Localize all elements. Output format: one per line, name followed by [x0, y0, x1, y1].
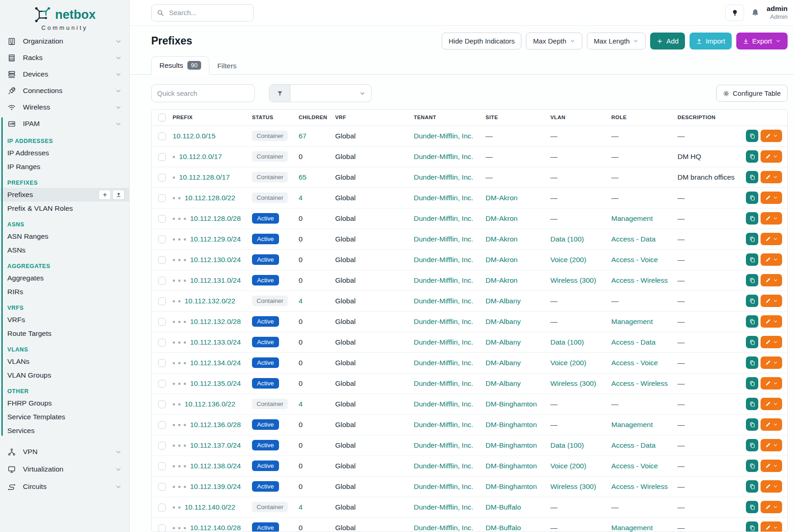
prefix-link[interactable]: 10.112.138.0/24	[190, 462, 241, 470]
edit-button[interactable]	[761, 295, 782, 307]
prefix-link[interactable]: 10.112.135.0/24	[190, 379, 241, 387]
site-link[interactable]: DM-Albany	[486, 379, 521, 387]
clone-button[interactable]	[746, 171, 758, 183]
sidebar-item-virtualization[interactable]: Virtualization	[0, 461, 129, 478]
vlan-link[interactable]: Data (100)	[550, 441, 584, 449]
site-link[interactable]: DM-Akron	[486, 214, 518, 222]
sidebar-item-vlan-groups[interactable]: VLAN Groups	[0, 368, 129, 382]
vlan-link[interactable]: Voice (200)	[550, 359, 586, 367]
children-link[interactable]: 4	[299, 297, 303, 305]
row-checkbox[interactable]	[158, 318, 166, 326]
row-checkbox[interactable]	[158, 483, 166, 491]
sidebar-item-prefix-vlan-roles[interactable]: Prefix & VLAN Roles	[0, 202, 129, 215]
tenant-link[interactable]: Dunder-Mifflin, Inc.	[414, 194, 473, 202]
role-link[interactable]: Access - Voice	[611, 462, 658, 470]
role-link[interactable]: Management	[611, 524, 652, 532]
children-link[interactable]: 4	[299, 400, 303, 408]
site-link[interactable]: DM-Albany	[486, 338, 521, 346]
prefix-link[interactable]: 10.112.136.0/22	[185, 400, 235, 408]
edit-button[interactable]	[761, 150, 782, 163]
edit-button[interactable]	[761, 336, 782, 348]
row-checkbox[interactable]	[158, 153, 166, 161]
clone-button[interactable]	[746, 439, 758, 451]
edit-button[interactable]	[761, 377, 782, 389]
children-link[interactable]: 67	[299, 132, 307, 140]
prefix-link[interactable]: 10.112.129.0/24	[190, 235, 241, 243]
edit-button[interactable]	[761, 130, 782, 142]
tenant-link[interactable]: Dunder-Mifflin, Inc.	[414, 235, 473, 243]
edit-button[interactable]	[761, 501, 782, 513]
tenant-link[interactable]: Dunder-Mifflin, Inc.	[414, 276, 473, 284]
site-link[interactable]: DM-Albany	[486, 297, 521, 305]
clone-button[interactable]	[746, 192, 758, 204]
edit-button[interactable]	[761, 521, 782, 532]
tenant-link[interactable]: Dunder-Mifflin, Inc.	[414, 173, 473, 181]
row-checkbox[interactable]	[158, 215, 166, 223]
tenant-link[interactable]: Dunder-Mifflin, Inc.	[414, 462, 473, 470]
site-link[interactable]: DM-Binghamton	[486, 421, 537, 428]
clone-button[interactable]	[746, 398, 758, 410]
add-button[interactable]: Add	[650, 33, 685, 49]
clone-button[interactable]	[746, 521, 758, 532]
edit-button[interactable]	[761, 480, 782, 493]
role-link[interactable]: Access - Data	[611, 441, 655, 449]
clone-button[interactable]	[746, 315, 758, 328]
site-link[interactable]: DM-Binghamton	[486, 462, 537, 470]
sidebar-item-wireless[interactable]: Wireless	[0, 99, 129, 115]
edit-button[interactable]	[761, 460, 782, 472]
site-link[interactable]: DM-Akron	[486, 235, 518, 243]
site-link[interactable]: DM-Binghamton	[486, 483, 537, 490]
edit-button[interactable]	[761, 192, 782, 204]
edit-button[interactable]	[761, 212, 782, 225]
vlan-link[interactable]: Data (100)	[550, 338, 584, 346]
site-link[interactable]: DM-Akron	[486, 194, 518, 202]
tenant-link[interactable]: Dunder-Mifflin, Inc.	[414, 297, 473, 305]
edit-button[interactable]	[761, 253, 782, 266]
role-link[interactable]: Access - Voice	[611, 256, 658, 263]
filter-funnel-button[interactable]	[269, 85, 290, 102]
sidebar-item-vlans[interactable]: VLANs	[0, 355, 129, 368]
prefix-link[interactable]: 10.112.133.0/24	[190, 338, 241, 346]
role-link[interactable]: Management	[611, 214, 652, 222]
quick-add-button[interactable]	[99, 190, 111, 200]
clone-button[interactable]	[746, 274, 758, 286]
row-checkbox[interactable]	[158, 524, 166, 532]
column-header-description[interactable]: DESCRIPTION	[678, 110, 746, 126]
sidebar-item-devices[interactable]: Devices	[0, 66, 129, 82]
vlan-link[interactable]: Data (100)	[550, 235, 584, 243]
row-checkbox[interactable]	[158, 194, 166, 202]
configure-table-button[interactable]: Configure Table	[716, 85, 788, 102]
tenant-link[interactable]: Dunder-Mifflin, Inc.	[414, 379, 473, 387]
clone-button[interactable]	[746, 356, 758, 369]
clone-button[interactable]	[746, 480, 758, 493]
max-length-dropdown[interactable]: Max Length	[587, 33, 646, 49]
sidebar-item-asns[interactable]: ASNs	[0, 243, 129, 257]
children-link[interactable]: 4	[299, 194, 303, 202]
notifications-button[interactable]	[751, 8, 760, 17]
row-checkbox[interactable]	[158, 442, 166, 450]
clone-button[interactable]	[746, 460, 758, 472]
prefix-link[interactable]: 10.112.134.0/24	[190, 359, 241, 367]
tenant-link[interactable]: Dunder-Mifflin, Inc.	[414, 318, 473, 325]
search-input[interactable]	[168, 8, 248, 17]
site-link[interactable]: DM-Buffalo	[486, 503, 521, 511]
tenant-link[interactable]: Dunder-Mifflin, Inc.	[414, 132, 473, 140]
prefix-link[interactable]: 10.112.130.0/24	[190, 256, 241, 263]
prefix-link[interactable]: 10.112.136.0/28	[190, 421, 241, 428]
edit-button[interactable]	[761, 233, 782, 245]
column-header-children[interactable]: CHILDREN	[299, 110, 335, 126]
site-link[interactable]: DM-Akron	[486, 276, 518, 284]
prefix-link[interactable]: 10.112.132.0/22	[185, 297, 235, 305]
prefix-link[interactable]: 10.112.132.0/28	[190, 318, 241, 325]
site-link[interactable]: DM-Albany	[486, 318, 521, 325]
sidebar-item-services[interactable]: Services	[0, 424, 129, 438]
theme-toggle-button[interactable]	[725, 5, 744, 21]
tenant-link[interactable]: Dunder-Mifflin, Inc.	[414, 214, 473, 222]
tenant-link[interactable]: Dunder-Mifflin, Inc.	[414, 359, 473, 367]
sidebar-item-connections[interactable]: Connections	[0, 82, 129, 99]
site-link[interactable]: DM-Albany	[486, 359, 521, 367]
select-all-checkbox[interactable]	[158, 114, 166, 121]
tab-filters[interactable]: Filters	[209, 58, 244, 75]
column-header-prefix[interactable]: PREFIX	[173, 110, 252, 126]
column-header-vrf[interactable]: VRF	[335, 110, 414, 126]
